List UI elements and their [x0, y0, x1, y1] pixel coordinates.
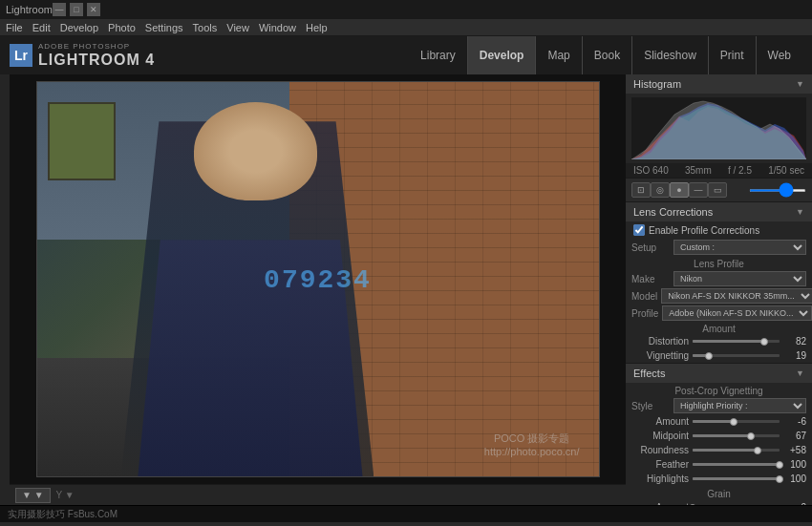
photo-area: 079234 POCO 摄影专题 http://photo.poco.cn/ — [10, 74, 626, 484]
lens-corrections-section: Lens Corrections ▼ Enable Profile Correc… — [626, 202, 812, 364]
effects-amount-thumb[interactable] — [730, 418, 737, 426]
vignetting-label: Vignetting — [631, 350, 689, 361]
roundness-thumb[interactable] — [754, 447, 761, 454]
midpoint-value: 67 — [783, 431, 806, 441]
model-select[interactable]: Nikon AF-S DX NIKKOR 35mm... — [661, 288, 812, 304]
face-area — [194, 102, 317, 200]
menu-tools[interactable]: Tools — [193, 22, 218, 33]
menu-edit[interactable]: Edit — [32, 22, 51, 33]
crop-tool[interactable]: ⊡ — [631, 182, 651, 198]
effects-header[interactable]: Effects ▼ — [626, 364, 812, 383]
focal-value: 35mm — [685, 165, 712, 176]
highlights-track — [693, 477, 780, 480]
tab-slideshow[interactable]: Slideshow — [632, 36, 709, 74]
spot-tool[interactable]: ◎ — [651, 182, 670, 198]
histogram-title: Histogram — [633, 78, 681, 90]
style-select[interactable]: Highlight Priority : — [673, 398, 806, 413]
effects-arrow: ▼ — [796, 368, 804, 378]
histogram-header[interactable]: Histogram ▼ — [626, 74, 812, 94]
aperture-value: f / 2.5 — [728, 165, 752, 176]
profile-select[interactable]: Adobe (Nikon AF-S DX NIKKO... — [662, 305, 812, 321]
profile-row: Profile Adobe (Nikon AF-S DX NIKKO... — [626, 305, 812, 322]
filmstrip-toggle[interactable]: ▼ ▼ — [15, 488, 51, 503]
model-label: Model — [631, 291, 657, 302]
profile-label: Profile — [631, 308, 658, 319]
lens-profile-title: Lens Profile — [626, 256, 812, 270]
menu-develop[interactable]: Develop — [60, 22, 98, 33]
effects-title: Effects — [633, 368, 665, 379]
menu-help[interactable]: Help — [306, 22, 328, 33]
grain-amount-thumb[interactable] — [689, 504, 696, 506]
redeye-tool[interactable]: ● — [670, 182, 689, 198]
tool-slider[interactable] — [749, 189, 806, 192]
logo-area: Lr ADOBE PHOTOSHOP LIGHTROOM 4 — [10, 42, 155, 70]
right-panel: Histogram ▼ ISO 640 35mm f / 2.5 — [626, 74, 812, 505]
tab-develop[interactable]: Develop — [468, 36, 537, 74]
main-layout: 079234 POCO 摄影专题 http://photo.poco.cn/ ▼… — [0, 74, 812, 505]
menu-file[interactable]: File — [6, 22, 23, 33]
highlights-fill — [693, 477, 780, 480]
post-crop-label: Post-Crop Vignetting — [626, 383, 812, 397]
title-bar: Lightroom — □ ✕ — [0, 0, 812, 19]
vignetting-thumb[interactable] — [705, 352, 713, 360]
highlights-row: Highlights 100 — [626, 472, 812, 486]
feather-row: Feather 100 — [626, 457, 812, 472]
vignetting-value: 19 — [783, 350, 806, 361]
midpoint-thumb[interactable] — [747, 432, 755, 440]
histogram-svg — [631, 97, 806, 159]
minimize-button[interactable]: — — [53, 3, 66, 16]
histogram-arrow: ▼ — [796, 79, 804, 89]
amount-section-label: Amount — [626, 322, 812, 334]
nav-tabs: Library Develop Map Book Slideshow Print… — [409, 36, 802, 74]
distortion-label: Distortion — [631, 336, 689, 347]
tab-print[interactable]: Print — [709, 36, 757, 74]
highlights-label: Highlights — [631, 473, 689, 484]
tab-book[interactable]: Book — [583, 36, 632, 74]
effects-amount-label: Amount — [631, 416, 689, 427]
left-panel — [0, 74, 10, 505]
effects-section: Effects ▼ Post-Crop Vignetting Style Hig… — [626, 364, 812, 505]
shutter-value: 1/50 sec — [768, 165, 804, 176]
poco-line2: http://photo.poco.cn/ — [484, 446, 580, 457]
app-sub: ADOBE PHOTOSHOP — [38, 42, 155, 52]
close-button[interactable]: ✕ — [87, 3, 100, 16]
make-select[interactable]: Nikon — [673, 271, 806, 286]
footer-text: 实用摄影技巧 FsBus.CoM — [8, 508, 118, 521]
roundness-label: Roundness — [631, 445, 689, 455]
setup-select[interactable]: Custom : — [673, 240, 806, 255]
maximize-button[interactable]: □ — [70, 3, 83, 16]
midpoint-label: Midpoint — [631, 431, 689, 441]
grain-label: Grain — [626, 486, 812, 500]
menu-photo[interactable]: Photo — [108, 22, 136, 33]
tab-map[interactable]: Map — [536, 36, 582, 74]
tab-library[interactable]: Library — [409, 36, 468, 74]
roundness-track — [693, 449, 780, 452]
poco-line1: POCO 摄影专题 — [484, 431, 580, 446]
vignetting-row: Vignetting 19 — [626, 348, 812, 363]
style-label: Style — [631, 401, 670, 411]
enable-profile-checkbox[interactable] — [633, 224, 645, 236]
brush-tool[interactable]: — — [689, 182, 708, 198]
highlights-thumb[interactable] — [776, 475, 783, 483]
photo-container: 079234 POCO 摄影专题 http://photo.poco.cn/ — [36, 81, 600, 477]
menu-window[interactable]: Window — [259, 22, 296, 33]
effects-amount-fill — [693, 420, 734, 423]
gradient-tool[interactable]: ▭ — [708, 182, 727, 198]
distortion-thumb[interactable] — [760, 338, 768, 346]
distortion-value: 82 — [783, 336, 806, 347]
feather-track — [693, 463, 780, 466]
roundness-row: Roundness +58 — [626, 443, 812, 457]
grain-amount-row: Amount 0 — [626, 500, 812, 505]
make-row: Make Nikon — [626, 270, 812, 287]
menu-settings[interactable]: Settings — [145, 22, 183, 33]
menu-view[interactable]: View — [226, 22, 249, 33]
watermark-text: 079234 — [264, 264, 372, 294]
bottom-toolbar: ▼ ▼ Y ▼ — [10, 484, 626, 505]
highlights-value: 100 — [783, 473, 806, 484]
lens-corrections-header[interactable]: Lens Corrections ▼ — [626, 202, 812, 221]
feather-thumb[interactable] — [776, 461, 783, 469]
tab-web[interactable]: Web — [757, 36, 802, 74]
model-row: Model Nikon AF-S DX NIKKOR 35mm... — [626, 287, 812, 305]
camera-info: ISO 640 35mm f / 2.5 1/50 sec — [626, 163, 812, 178]
footer: 实用摄影技巧 FsBus.CoM — [0, 505, 812, 522]
